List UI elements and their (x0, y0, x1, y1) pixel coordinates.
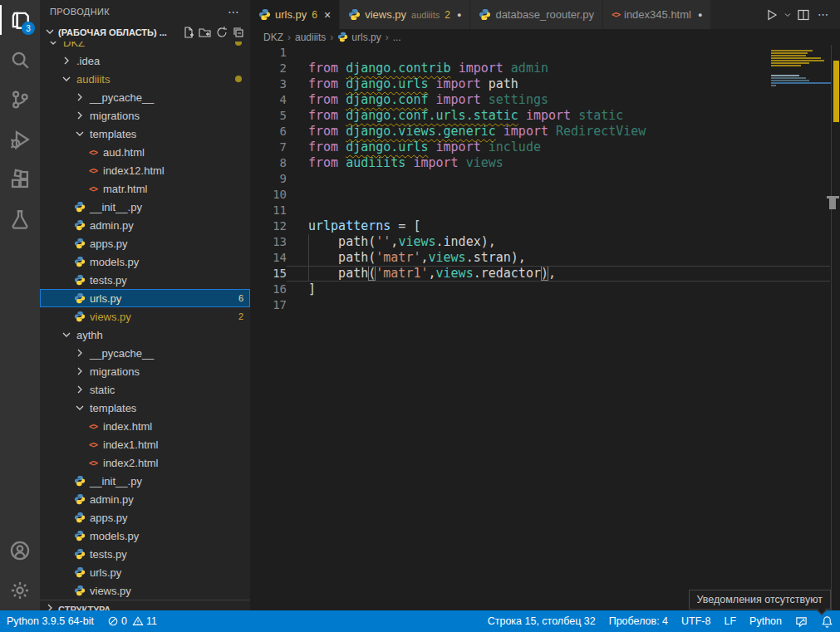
tab-index345.html[interactable]: <>index345.html● (603, 0, 711, 29)
feedback-icon[interactable] (788, 610, 814, 632)
tree-item-apps.py[interactable]: apps.py (40, 234, 250, 252)
tree-item-index1.html[interactable]: <>index1.html (40, 435, 250, 453)
breadcrumb-item-DKZ[interactable]: DKZ (263, 32, 283, 43)
code-line-11[interactable]: 11 (250, 203, 840, 218)
line-number[interactable]: 1 (250, 45, 287, 61)
line-number[interactable]: 15 (250, 266, 287, 282)
code-line-4[interactable]: 4from django.conf import settings (250, 92, 840, 108)
language-mode-status[interactable]: Python (743, 610, 788, 632)
code-line-15[interactable]: 15 path('matr1',views.redactor), (250, 266, 840, 282)
code-line-2[interactable]: 2from django.contrib import admin (250, 61, 840, 76)
line-number[interactable]: 9 (250, 171, 287, 187)
breadcrumb-item-...[interactable]: ... (393, 32, 401, 43)
code-line-7[interactable]: 7from django.urls import include (250, 140, 840, 155)
notifications-bell-icon[interactable] (814, 610, 840, 632)
tree-item-__pycache__[interactable]: __pycache__ (40, 344, 250, 362)
tree-item-templates[interactable]: templates (40, 125, 250, 143)
tree-item-__pycache__[interactable]: __pycache__ (40, 88, 250, 106)
line-number[interactable]: 16 (250, 282, 287, 297)
tree-item-DKZ[interactable]: DKZ (40, 42, 250, 51)
collapse-folders-icon[interactable] (230, 24, 247, 41)
dirty-dot-icon[interactable]: ● (698, 11, 702, 19)
tree-item-aythh[interactable]: aythh (40, 326, 250, 344)
testing-icon[interactable] (0, 199, 40, 239)
breadcrumb-item-urls.py[interactable]: urls.py (337, 32, 381, 43)
code-line-17[interactable]: 17 (250, 297, 840, 313)
tab-views.py[interactable]: views.pyaudiiits2● (340, 0, 470, 29)
line-number[interactable]: 11 (250, 203, 287, 218)
tree-item-audiiits[interactable]: audiiits (40, 70, 250, 88)
split-editor-icon[interactable] (793, 5, 813, 25)
line-number[interactable]: 5 (250, 108, 287, 124)
tree-item-__init__.py[interactable]: __init__.py (40, 472, 250, 490)
tree-item-static[interactable]: static (40, 380, 250, 399)
close-icon[interactable]: × (324, 9, 331, 21)
code-line-1[interactable]: 1 (250, 45, 840, 61)
tree-item-admin.py[interactable]: admin.py (40, 216, 250, 234)
line-number[interactable]: 12 (250, 218, 287, 234)
problems-status[interactable]: 0 11 (101, 610, 169, 632)
run-dropdown-chevron-icon[interactable] (782, 5, 793, 25)
source-control-icon[interactable] (0, 80, 40, 120)
line-number[interactable]: 17 (250, 297, 287, 313)
breadcrumb-item-audiiits[interactable]: audiiits (295, 32, 326, 43)
run-and-debug-icon[interactable] (0, 120, 40, 159)
account-icon[interactable] (0, 531, 40, 571)
tab-urls.py[interactable]: urls.py6× (250, 0, 340, 29)
explorer-icon[interactable]: 3 (0, 0, 40, 40)
line-number[interactable]: 10 (250, 187, 287, 203)
code-line-12[interactable]: 12urlpatterns = [ (250, 218, 840, 234)
tree-item-models.py[interactable]: models.py (40, 252, 250, 271)
tree-item-aud.html[interactable]: <>aud.html (40, 143, 250, 161)
line-number[interactable]: 14 (250, 250, 287, 266)
line-number[interactable]: 7 (250, 140, 287, 155)
tree-item-migrations[interactable]: migrations (40, 362, 250, 380)
line-number[interactable]: 3 (250, 76, 287, 92)
tree-item-views.py[interactable]: views.py2 (40, 307, 250, 326)
code-line-8[interactable]: 8from audiiits import views (250, 155, 840, 171)
tree-item-tests.py[interactable]: tests.py (40, 271, 250, 289)
dirty-dot-icon[interactable]: ● (457, 11, 461, 19)
tree-item-templates[interactable]: templates (40, 399, 250, 417)
cursor-position-status[interactable]: Строка 15, столбец 32 (481, 610, 602, 632)
structure-section[interactable]: СТРУКТУРА (40, 600, 250, 610)
tree-item-index.html[interactable]: <>index.html (40, 417, 250, 435)
run-icon[interactable] (762, 5, 782, 25)
refresh-icon[interactable] (214, 24, 230, 41)
explorer-more-icon[interactable]: ⋯ (228, 5, 240, 18)
scrollbar-thumb[interactable] (827, 196, 839, 209)
code-line-13[interactable]: 13 path('',views.index), (250, 234, 840, 250)
tree-item-admin.py[interactable]: admin.py (40, 490, 250, 508)
tree-item-index12.html[interactable]: <>index12.html (40, 161, 250, 179)
workspace-section-header[interactable]: (РАБОЧАЯ ОБЛАСТЬ) ... (40, 23, 250, 42)
new-file-icon[interactable] (180, 24, 197, 41)
more-actions-icon[interactable]: ⋯ (813, 5, 833, 25)
tab-database_roouter.py[interactable]: database_roouter.py (470, 0, 603, 29)
tree-item-apps.py[interactable]: apps.py (40, 508, 250, 527)
tree-item-urls.py[interactable]: urls.py6 (40, 289, 250, 307)
overview-ruler[interactable] (831, 45, 840, 610)
search-icon[interactable] (0, 40, 40, 80)
python-interpreter-status[interactable]: Python 3.9.5 64-bit (0, 610, 101, 632)
code-line-9[interactable]: 9 (250, 171, 840, 187)
eol-status[interactable]: LF (717, 610, 743, 632)
tree-item-__init__.py[interactable]: __init__.py (40, 198, 250, 216)
indentation-status[interactable]: Пробелов: 4 (602, 610, 675, 632)
line-number[interactable]: 13 (250, 234, 287, 250)
minimap[interactable] (771, 47, 831, 213)
tree-item-migrations[interactable]: migrations (40, 106, 250, 125)
tree-item-views.py[interactable]: views.py (40, 581, 250, 600)
settings-icon[interactable] (0, 571, 40, 610)
code-line-3[interactable]: 3from django.urls import path (250, 76, 840, 92)
encoding-status[interactable]: UTF-8 (675, 610, 717, 632)
code-line-5[interactable]: 5from django.conf.urls.static import sta… (250, 108, 840, 124)
code-area[interactable]: 12from django.contrib import admin3from … (250, 45, 840, 610)
code-line-14[interactable]: 14 path('matr',views.stran), (250, 250, 840, 266)
line-number[interactable]: 6 (250, 124, 287, 140)
extensions-icon[interactable] (0, 159, 40, 199)
tree-item-tests.py[interactable]: tests.py (40, 545, 250, 563)
tree-item-models.py[interactable]: models.py (40, 527, 250, 545)
code-line-6[interactable]: 6from django.views.generic import Redire… (250, 124, 840, 140)
line-number[interactable]: 4 (250, 92, 287, 108)
code-line-10[interactable]: 10 (250, 187, 840, 203)
